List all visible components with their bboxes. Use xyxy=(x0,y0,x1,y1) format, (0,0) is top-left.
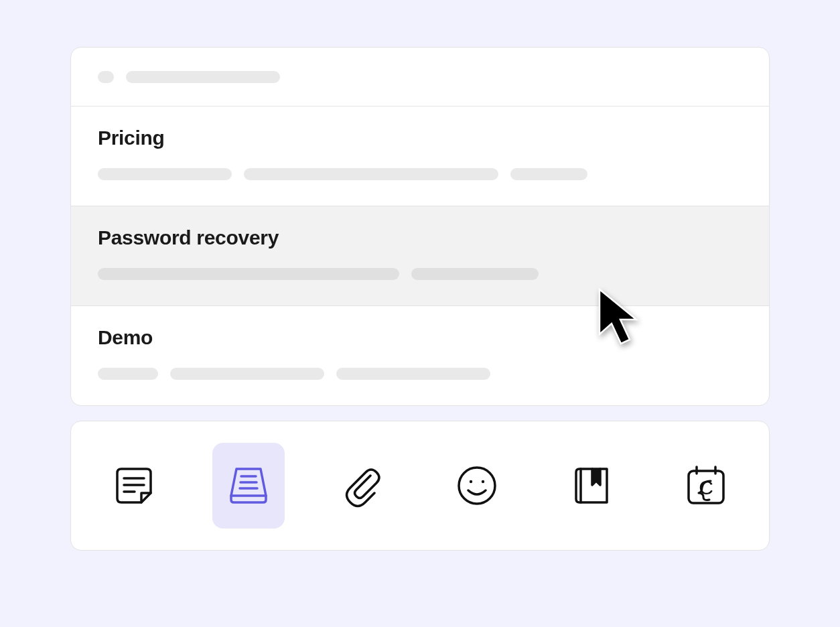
placeholder-pill xyxy=(411,268,539,280)
header-placeholder-bar xyxy=(126,71,280,83)
toolbar-inbox-button[interactable] xyxy=(212,443,285,529)
placeholder-row xyxy=(98,268,742,280)
placeholder-pill xyxy=(336,368,490,380)
svg-point-9 xyxy=(482,480,484,483)
placeholder-pill xyxy=(98,368,158,380)
toolbar-calendar-button[interactable]: C xyxy=(669,443,742,529)
list-item-pricing[interactable]: Pricing xyxy=(71,107,769,206)
placeholder-pill xyxy=(170,368,324,380)
svg-point-7 xyxy=(459,468,495,504)
list-header xyxy=(71,48,769,107)
emoji-icon xyxy=(455,464,499,508)
toolbar-attachment-button[interactable] xyxy=(326,443,399,529)
toolbar-panel: C xyxy=(70,421,770,551)
item-title: Password recovery xyxy=(98,226,742,249)
placeholder-pill xyxy=(98,268,399,280)
placeholder-pill xyxy=(98,168,232,180)
header-placeholder-dot xyxy=(98,71,114,83)
placeholder-row xyxy=(98,368,742,380)
item-title: Pricing xyxy=(98,127,742,149)
template-list-panel: Pricing Password recovery Demo xyxy=(70,47,770,406)
calendar-icon: C xyxy=(683,462,729,509)
svg-text:C: C xyxy=(699,476,713,498)
svg-point-8 xyxy=(470,480,472,483)
note-icon xyxy=(112,464,156,508)
list-item-demo[interactable]: Demo xyxy=(71,306,769,405)
inbox-icon xyxy=(225,462,272,509)
toolbar-emoji-button[interactable] xyxy=(441,443,514,529)
item-title: Demo xyxy=(98,326,742,349)
bookmark-icon xyxy=(569,464,614,508)
placeholder-pill xyxy=(244,168,498,180)
toolbar-bookmark-button[interactable] xyxy=(555,443,628,529)
placeholder-pill xyxy=(510,168,587,180)
placeholder-row xyxy=(98,168,742,180)
list-item-password-recovery[interactable]: Password recovery xyxy=(71,206,769,306)
toolbar-note-button[interactable] xyxy=(98,443,171,529)
attachment-icon xyxy=(341,464,385,508)
